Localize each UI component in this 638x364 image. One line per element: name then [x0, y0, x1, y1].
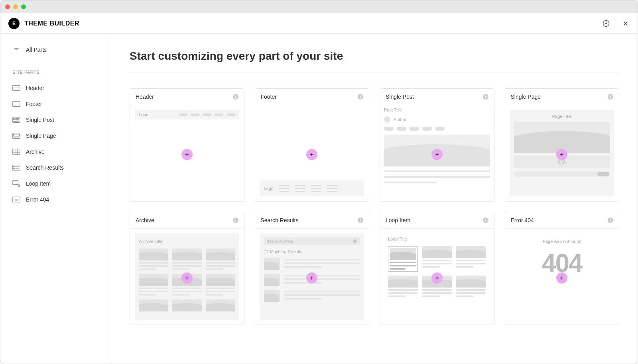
sidebar: All Parts SITE PARTS Header Footer Singl… [0, 34, 111, 364]
window-titlebar [0, 0, 638, 13]
topbar: E THEME BUILDER [0, 13, 638, 34]
info-icon[interactable]: i [483, 94, 488, 100]
sidebar-item-label: Archive [26, 149, 45, 155]
logo-placeholder: Logo [139, 112, 148, 117]
svg-rect-22 [14, 168, 15, 169]
svg-rect-3 [13, 101, 20, 106]
card-header[interactable]: Header i Logo [130, 88, 244, 202]
card-title: Loop Item [386, 217, 410, 223]
divider [616, 20, 616, 27]
close-icon[interactable] [622, 20, 630, 27]
svg-text:404: 404 [14, 199, 18, 201]
info-icon[interactable]: i [233, 217, 238, 223]
card-title: Error 404 [511, 217, 534, 223]
info-icon[interactable]: i [483, 217, 488, 223]
add-button[interactable] [306, 149, 317, 160]
sidebar-item-label: Footer [26, 101, 42, 107]
results-count: 12 Maching Results [264, 249, 360, 254]
info-icon[interactable]: i [358, 217, 363, 223]
card-error-404[interactable]: Error 404 i Page was not found 404 [505, 212, 620, 325]
card-search-results[interactable]: Search Results i Search Anything 12 Mach… [255, 212, 370, 325]
sidebar-item-label: All Parts [26, 47, 47, 53]
sidebar-item-label: Error 404 [26, 196, 49, 203]
card-archive[interactable]: Archive i Archive Title [130, 212, 244, 325]
sidebar-item-single-page[interactable]: Single Page [0, 128, 111, 144]
info-icon[interactable]: i [608, 217, 613, 223]
sidebar-item-header[interactable]: Header [0, 80, 111, 96]
search-bar-placeholder: Search Anything [264, 237, 360, 245]
brand-title: THEME BUILDER [24, 20, 79, 27]
footer-icon [12, 101, 20, 107]
card-title: Archive [136, 217, 154, 223]
add-button[interactable] [181, 149, 193, 160]
single-post-icon [12, 117, 20, 123]
author-placeholder: Author [394, 117, 406, 122]
card-single-page[interactable]: Single Page i Page Title CTA [505, 88, 620, 202]
add-button[interactable] [181, 272, 193, 284]
sidebar-item-loop-item[interactable]: Loop Item [0, 176, 111, 192]
sidebar-item-label: Single Post [26, 117, 54, 123]
card-title: Header [136, 94, 154, 100]
bar-placeholder [514, 171, 610, 177]
error-404-icon: 404 [12, 196, 20, 203]
post-title-placeholder: Post Title [384, 108, 490, 112]
search-icon [353, 239, 357, 243]
sidebar-item-search-results[interactable]: Search Results [0, 160, 111, 176]
info-icon[interactable]: i [233, 94, 238, 100]
window-minimize-traffic[interactable] [13, 4, 18, 9]
card-footer[interactable]: Footer i Logo [255, 88, 370, 202]
header-preview: Logo [135, 110, 239, 119]
card-loop-item[interactable]: Loop Item i Loop Title [380, 212, 494, 325]
single-page-icon [12, 133, 20, 139]
add-button[interactable] [431, 272, 443, 284]
main-content: Start customizing every part of your sit… [111, 34, 638, 364]
archive-icon [12, 149, 20, 155]
add-button[interactable] [556, 149, 567, 160]
card-title: Single Post [386, 94, 414, 100]
image-placeholder [514, 122, 610, 153]
archive-title-placeholder: Archive Title [139, 239, 163, 244]
page-title-placeholder: Page Title [552, 114, 572, 119]
add-button[interactable] [556, 272, 567, 284]
sidebar-item-footer[interactable]: Footer [0, 96, 111, 112]
svg-rect-6 [14, 118, 16, 119]
brand: E THEME BUILDER [8, 18, 79, 29]
cards-grid: Header i Logo Footer i [130, 88, 619, 325]
loop-item-icon [12, 180, 20, 187]
sidebar-section-label: SITE PARTS [0, 58, 111, 80]
card-title: Footer [261, 94, 277, 100]
info-icon[interactable]: i [358, 94, 363, 100]
sidebar-item-archive[interactable]: Archive [0, 144, 111, 160]
svg-rect-12 [14, 134, 20, 136]
top-actions [602, 20, 630, 27]
filter-icon [12, 47, 20, 53]
download-icon[interactable] [602, 20, 610, 27]
sidebar-item-label: Search Results [26, 164, 64, 171]
search-results-icon [12, 164, 20, 171]
svg-rect-24 [13, 181, 18, 185]
window-close-traffic[interactable] [5, 4, 10, 9]
card-single-post[interactable]: Single Post i Post Title Author [380, 88, 494, 202]
sidebar-item-error-404[interactable]: 404 Error 404 [0, 192, 111, 207]
sidebar-all-parts[interactable]: All Parts [0, 42, 111, 58]
footer-preview: Logo [260, 180, 364, 196]
header-icon [12, 85, 20, 91]
sidebar-item-label: Header [26, 85, 44, 91]
logo-placeholder: Logo [264, 186, 274, 191]
sidebar-item-single-post[interactable]: Single Post [0, 112, 111, 128]
svg-rect-20 [14, 166, 15, 167]
brand-logo-icon: E [8, 18, 20, 29]
svg-rect-14 [13, 149, 20, 154]
svg-rect-1 [13, 85, 20, 90]
loop-title-placeholder: Loop Title [388, 237, 407, 241]
card-title: Search Results [261, 217, 299, 223]
add-button[interactable] [431, 149, 443, 160]
info-icon[interactable]: i [608, 94, 613, 100]
card-title: Single Page [511, 94, 541, 100]
not-found-text: Page was not found [543, 239, 581, 244]
page-heading: Start customizing every part of your sit… [130, 50, 619, 72]
avatar-icon [384, 116, 390, 123]
sidebar-item-label: Loop Item [26, 180, 51, 187]
window-maximize-traffic[interactable] [21, 4, 26, 9]
add-button[interactable] [306, 272, 317, 284]
